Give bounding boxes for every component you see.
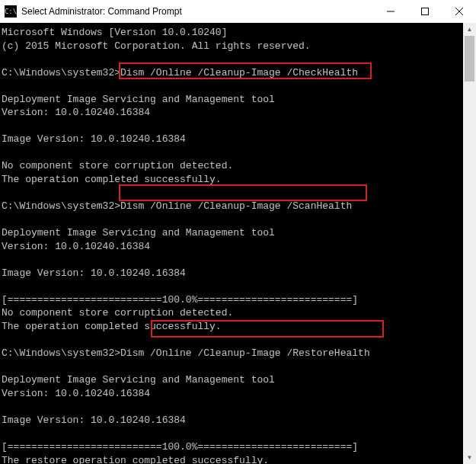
titlebar: C:\ Select Administrator: Command Prompt	[0, 0, 476, 23]
terminal-line: No component store corruption detected.	[2, 306, 474, 320]
minimize-button[interactable]	[373, 0, 407, 23]
terminal-line	[2, 427, 474, 440]
terminal-area: Microsoft Windows [Version 10.0.10240](c…	[0, 23, 476, 464]
terminal-line: Image Version: 10.0.10240.16384	[2, 133, 474, 146]
terminal-line: The operation completed successfully.	[2, 320, 474, 334]
maximize-button[interactable]	[407, 0, 442, 23]
terminal-line	[2, 280, 474, 293]
terminal-line: C:\Windows\system32>Dism /Online /Cleanu…	[2, 66, 474, 80]
terminal-line: No component store corruption detected.	[2, 159, 474, 173]
chevron-down-icon: ▼	[467, 454, 473, 461]
terminal-line: C:\Windows\system32>Dism /Online /Cleanu…	[2, 347, 474, 360]
terminal-output[interactable]: Microsoft Windows [Version 10.0.10240](c…	[0, 23, 476, 464]
terminal-line	[2, 213, 474, 227]
terminal-line: The operation completed successfully.	[2, 173, 474, 187]
scroll-thumb[interactable]	[465, 36, 474, 82]
terminal-line: Deployment Image Servicing and Managemen…	[2, 93, 474, 107]
terminal-line: The restore operation completed successf…	[2, 454, 474, 465]
terminal-line	[2, 187, 474, 200]
close-button[interactable]	[442, 0, 476, 23]
window-controls	[373, 0, 476, 23]
chevron-up-icon: ▲	[467, 26, 473, 33]
terminal-line: Image Version: 10.0.10240.16384	[2, 414, 474, 427]
terminal-line: (c) 2015 Microsoft Corporation. All righ…	[2, 40, 474, 53]
terminal-line: Version: 10.0.10240.16384	[2, 387, 474, 401]
terminal-line	[2, 400, 474, 414]
terminal-line: C:\Windows\system32>Dism /Online /Cleanu…	[2, 200, 474, 213]
terminal-line: Deployment Image Servicing and Managemen…	[2, 373, 474, 387]
terminal-line	[2, 53, 474, 66]
cmd-icon-glyph: C:\	[5, 8, 17, 15]
terminal-line	[2, 79, 474, 93]
scrollbar: ▲ ▼	[463, 23, 476, 464]
svg-rect-1	[421, 8, 428, 15]
scroll-up-button[interactable]: ▲	[463, 23, 476, 36]
terminal-line: Version: 10.0.10240.16384	[2, 106, 474, 120]
terminal-line: [==========================100.0%=======…	[2, 440, 474, 454]
terminal-line: Image Version: 10.0.10240.16384	[2, 267, 474, 280]
terminal-line: Microsoft Windows [Version 10.0.10240]	[2, 26, 474, 40]
terminal-line: [==========================100.0%=======…	[2, 293, 474, 307]
scroll-down-button[interactable]: ▼	[463, 451, 476, 464]
window-title: Select Administrator: Command Prompt	[21, 6, 182, 17]
terminal-line	[2, 146, 474, 160]
terminal-line	[2, 253, 474, 267]
terminal-line	[2, 120, 474, 133]
cmd-icon: C:\	[5, 5, 17, 18]
terminal-line	[2, 334, 474, 347]
terminal-line	[2, 360, 474, 374]
terminal-line: Deployment Image Servicing and Managemen…	[2, 226, 474, 240]
terminal-line: Version: 10.0.10240.16384	[2, 240, 474, 254]
